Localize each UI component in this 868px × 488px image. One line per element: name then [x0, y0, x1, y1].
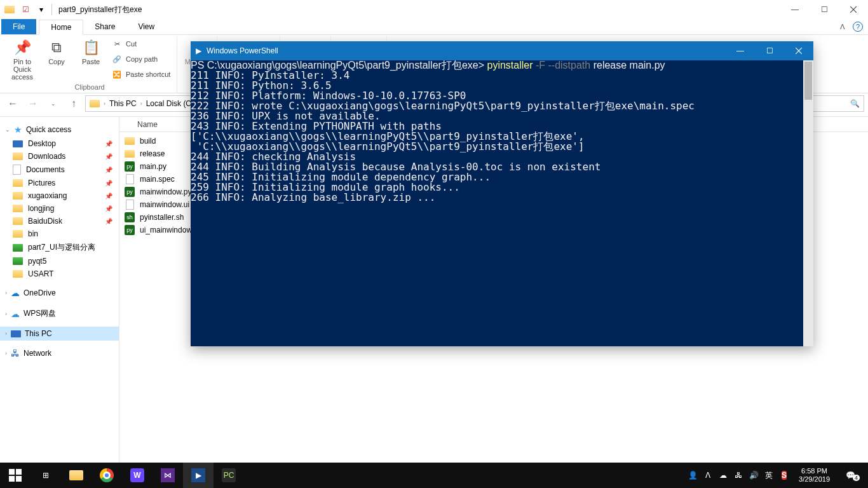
clipboard-group-label: Clipboard: [75, 82, 105, 92]
thispc-icon: [11, 330, 21, 337]
tab-view[interactable]: View: [126, 19, 166, 34]
nav-network[interactable]: ›🖧Network: [0, 346, 119, 361]
sidebar-item-pyqt5[interactable]: pyqt5: [0, 255, 119, 268]
breadcrumb-thispc[interactable]: This PC: [105, 99, 140, 108]
file-icon: [125, 174, 135, 184]
nav-forward-button[interactable]: →: [24, 95, 42, 112]
file-name: pyinstaller.sh: [140, 213, 184, 222]
nav-recent-button[interactable]: ⌄: [44, 95, 62, 112]
tray-sogou-icon[interactable]: S: [778, 469, 790, 482]
quickaccess-icon: ★: [14, 125, 22, 135]
powershell-titlebar[interactable]: ▶ Windows PowerShell — ☐: [191, 41, 813, 60]
file-name: main.spec: [140, 175, 175, 184]
ps-minimize-button[interactable]: —: [726, 41, 755, 60]
powershell-title: Windows PowerShell: [207, 46, 278, 55]
pin-icon: [105, 153, 112, 160]
file-name: main.py: [140, 162, 166, 171]
pin-quick-access-button[interactable]: 📌Pin to Quick access: [6, 36, 38, 82]
tray-ime-button[interactable]: 英: [763, 470, 775, 481]
tray-overflow-button[interactable]: ᐱ: [702, 471, 714, 480]
pin-icon: [105, 218, 112, 225]
ps-close-button[interactable]: [784, 41, 813, 60]
file-name: mainwindow.py: [140, 187, 191, 196]
col-name[interactable]: Name: [132, 120, 163, 129]
onedrive-icon: ☁: [11, 288, 20, 298]
paste-button[interactable]: 📋Paste: [75, 36, 107, 82]
clock-date: 3/29/2019: [799, 475, 830, 484]
powershell-scrollbar[interactable]: [803, 60, 813, 346]
taskbar-clock[interactable]: 6:58 PM 3/29/2019: [794, 467, 835, 483]
tray-onedrive-icon[interactable]: ☁: [717, 471, 729, 480]
qat-newfolder-icon[interactable]: ▾: [34, 3, 48, 17]
pin-icon: [105, 166, 112, 173]
sidebar-item-longjing[interactable]: longjing: [0, 202, 119, 215]
file-icon: [125, 200, 135, 210]
pin-icon: [105, 205, 112, 212]
file-icon: py: [125, 225, 135, 235]
search-icon: 🔍: [850, 99, 860, 108]
sidebar-item-xugaoxiang[interactable]: xugaoxiang: [0, 189, 119, 202]
tray-volume-icon[interactable]: 🔊: [748, 471, 759, 480]
clock-time: 6:58 PM: [801, 467, 827, 475]
sidebar-item-part7_ui与逻辑分离[interactable]: part7_UI与逻辑分离: [0, 240, 119, 255]
maximize-button[interactable]: ☐: [810, 0, 839, 19]
tab-file[interactable]: File: [1, 19, 36, 34]
powershell-window: ▶ Windows PowerShell — ☐ PS C:\xugaoxian…: [191, 41, 813, 346]
ps-maximize-button[interactable]: ☐: [755, 41, 784, 60]
scrollbar-thumb[interactable]: [804, 62, 812, 100]
sidebar-item-baidudisk[interactable]: BaiduDisk: [0, 215, 119, 227]
file-icon: [125, 136, 135, 146]
pin-icon: [105, 193, 112, 200]
nav-thispc[interactable]: ›This PC: [0, 327, 119, 341]
nav-pane: ⌄★Quick access DesktopDownloadsDocuments…: [0, 117, 119, 474]
taskbar-wps[interactable]: W: [122, 463, 153, 488]
tray-people-icon[interactable]: 👤: [687, 471, 698, 480]
file-icon: sh: [125, 212, 135, 222]
minimize-button[interactable]: —: [780, 0, 810, 19]
powershell-icon: ▶: [196, 46, 201, 55]
sidebar-item-downloads[interactable]: Downloads: [0, 150, 119, 163]
qat-separator: [51, 4, 52, 15]
sidebar-item-documents[interactable]: Documents: [0, 163, 119, 177]
breadcrumb-root-icon: [90, 100, 100, 107]
file-icon: py: [125, 187, 135, 197]
task-view-button[interactable]: ⊞: [31, 463, 61, 488]
sidebar-item-usart[interactable]: USART: [0, 268, 119, 280]
sidebar-item-bin[interactable]: bin: [0, 227, 119, 240]
help-button[interactable]: ?: [853, 22, 863, 32]
taskbar-pycharm[interactable]: PC: [214, 463, 244, 488]
close-button[interactable]: [839, 0, 868, 19]
taskbar-explorer[interactable]: [61, 463, 92, 488]
cut-button[interactable]: ✂Cut: [112, 40, 170, 48]
sidebar-item-pictures[interactable]: Pictures: [0, 177, 119, 189]
minimize-ribbon-button[interactable]: ᐱ: [840, 23, 845, 31]
file-icon: py: [125, 161, 135, 172]
tab-share[interactable]: Share: [83, 19, 126, 34]
notifications-button[interactable]: 💬4: [839, 470, 867, 481]
nav-back-button[interactable]: ←: [4, 95, 22, 112]
system-tray: 👤 ᐱ ☁ 🖧 🔊 英 S 6:58 PM 3/29/2019 💬4: [686, 463, 868, 488]
tab-home[interactable]: Home: [39, 20, 83, 35]
file-name: mainwindow.ui: [140, 200, 189, 209]
qat-properties-icon[interactable]: ☑: [18, 3, 32, 17]
copy-button[interactable]: ⧉Copy: [41, 36, 72, 82]
sidebar-item-desktop[interactable]: Desktop: [0, 137, 119, 150]
qat-folder-icon[interactable]: [3, 3, 17, 17]
start-button[interactable]: [0, 463, 31, 488]
taskbar: ⊞ W ⋈ ▶ PC 👤 ᐱ ☁ 🖧 🔊 英 S 6:58 PM 3/29/20…: [0, 463, 868, 488]
file-name: release: [140, 149, 165, 158]
nav-onedrive[interactable]: ›☁OneDrive: [0, 285, 119, 301]
nav-wps[interactable]: ›☁WPS网盘: [0, 306, 119, 322]
taskbar-powershell[interactable]: ▶: [183, 463, 214, 488]
taskbar-chrome[interactable]: [92, 463, 122, 488]
pin-icon: [105, 140, 112, 147]
wps-icon: ☁: [11, 309, 20, 319]
nav-quick-access[interactable]: ⌄★Quick access: [0, 122, 119, 137]
powershell-body[interactable]: PS C:\xugaoxiang\gogs\learningPyQt5\part…: [191, 60, 813, 346]
paste-shortcut-button[interactable]: 🔀Paste shortcut: [112, 71, 170, 79]
taskbar-vs[interactable]: ⋈: [153, 463, 183, 488]
copy-path-button[interactable]: 🔗Copy path: [112, 55, 170, 64]
tray-network-icon[interactable]: 🖧: [733, 471, 744, 480]
nav-up-button[interactable]: ↑: [65, 95, 83, 112]
title-bar: ☑ ▾ part9_pyinstaller打包exe — ☐: [0, 0, 868, 19]
